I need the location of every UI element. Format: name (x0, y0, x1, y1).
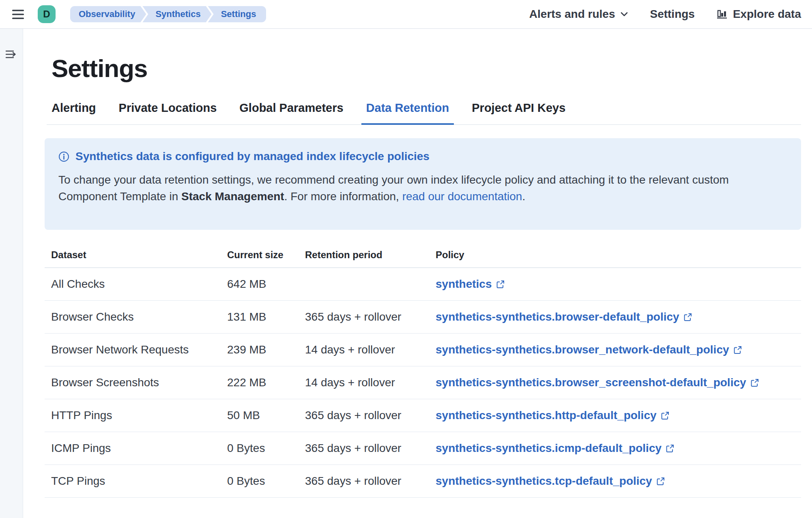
policy-label: synthetics-synthetics.browser_network-de… (436, 343, 729, 356)
column-header-retention-period: Retention period (299, 244, 429, 268)
page-title: Settings (52, 54, 801, 83)
external-link-icon (733, 346, 742, 354)
retention-cell: 14 days + rollover (299, 366, 429, 399)
external-link-icon (496, 280, 505, 289)
external-link-icon (661, 411, 669, 420)
tab-project-api-keys[interactable]: Project API Keys (467, 101, 570, 125)
policy-link[interactable]: synthetics-synthetics.browser_screenshot… (436, 376, 759, 389)
tab-data-retention[interactable]: Data Retention (361, 101, 454, 125)
table-row: Browser Screenshots 222 MB 14 days + rol… (45, 366, 801, 399)
table-header-row: Dataset Current size Retention period Po… (45, 244, 801, 268)
table-row: Browser Network Requests 239 MB 14 days … (45, 334, 801, 366)
callout-body: To change your data retention settings, … (58, 171, 787, 205)
column-header-current-size: Current size (221, 244, 299, 268)
policy-cell: synthetics-synthetics.browser_network-de… (429, 334, 801, 366)
dataset-cell: Browser Checks (45, 301, 221, 334)
external-link-icon (656, 477, 665, 486)
hamburger-menu-button[interactable] (12, 9, 24, 19)
dataset-cell: Browser Network Requests (45, 334, 221, 366)
callout-text: . (522, 190, 525, 203)
policy-label: synthetics-synthetics.http-default_polic… (436, 409, 657, 422)
dataset-cell: TCP Pings (45, 465, 221, 498)
tab-private-locations[interactable]: Private Locations (114, 101, 222, 125)
retention-cell: 365 days + rollover (299, 432, 429, 465)
dataset-cell: ICMP Pings (45, 432, 221, 465)
explore-data-icon (716, 8, 728, 20)
dataset-cell: HTTP Pings (45, 399, 221, 432)
tab-global-parameters[interactable]: Global Parameters (234, 101, 348, 125)
external-link-icon (683, 313, 692, 321)
dataset-cell: Browser Screenshots (45, 366, 221, 399)
policy-cell: synthetics (429, 268, 801, 301)
callout-bold-text: Stack Management (181, 190, 284, 203)
policy-label: synthetics (436, 278, 492, 291)
policy-cell: synthetics-synthetics.browser_screenshot… (429, 366, 801, 399)
chevron-down-icon (620, 10, 629, 19)
size-cell: 131 MB (221, 301, 299, 334)
breadcrumb-synthetics[interactable]: Synthetics (142, 6, 211, 22)
explore-data-link[interactable]: Explore data (716, 8, 801, 21)
retention-cell: 365 days + rollover (299, 465, 429, 498)
top-header: D Observability Synthetics Settings Aler… (0, 0, 812, 29)
breadcrumb: Observability Synthetics Settings (70, 6, 266, 22)
alerts-and-rules-label: Alerts and rules (529, 8, 615, 21)
header-settings-link[interactable]: Settings (650, 8, 694, 21)
collapsed-sidebar (0, 29, 23, 518)
size-cell: 222 MB (221, 366, 299, 399)
dataset-cell: All Checks (45, 268, 221, 301)
table-row: ICMP Pings 0 Bytes 365 days + rollover s… (45, 432, 801, 465)
retention-cell: 14 days + rollover (299, 334, 429, 366)
size-cell: 0 Bytes (221, 432, 299, 465)
settings-tabs: Alerting Private Locations Global Parame… (47, 101, 801, 125)
header-actions: Alerts and rules Settings Explore data (529, 8, 801, 21)
policy-link[interactable]: synthetics-synthetics.browser_network-de… (436, 343, 742, 356)
header-settings-label: Settings (650, 8, 694, 21)
policy-label: synthetics-synthetics.browser-default_po… (436, 310, 679, 323)
size-cell: 50 MB (221, 399, 299, 432)
alerts-and-rules-menu[interactable]: Alerts and rules (529, 8, 629, 21)
info-callout: Synthetics data is configured by managed… (45, 138, 801, 230)
column-header-dataset: Dataset (45, 244, 221, 268)
size-cell: 0 Bytes (221, 465, 299, 498)
policy-link[interactable]: synthetics (436, 278, 505, 291)
external-link-icon (750, 379, 759, 387)
menu-expand-icon (5, 49, 17, 60)
expand-sidebar-button[interactable] (4, 47, 19, 61)
policy-link[interactable]: synthetics-synthetics.icmp-default_polic… (436, 442, 674, 455)
table-row: All Checks 642 MB synthetics (45, 268, 801, 301)
policy-cell: synthetics-synthetics.browser-default_po… (429, 301, 801, 334)
size-cell: 642 MB (221, 268, 299, 301)
main-content: Settings Alerting Private Locations Glob… (23, 29, 812, 518)
breadcrumb-observability[interactable]: Observability (70, 6, 146, 22)
avatar[interactable]: D (38, 5, 56, 23)
hamburger-icon (12, 9, 24, 19)
data-retention-table: Dataset Current size Retention period Po… (45, 244, 801, 498)
info-icon (58, 151, 69, 162)
policy-cell: synthetics-synthetics.icmp-default_polic… (429, 432, 801, 465)
table-row: TCP Pings 0 Bytes 365 days + rollover sy… (45, 465, 801, 498)
retention-cell: 365 days + rollover (299, 301, 429, 334)
retention-cell: 365 days + rollover (299, 399, 429, 432)
policy-label: synthetics-synthetics.tcp-default_policy (436, 475, 652, 488)
read-documentation-link[interactable]: read our documentation (402, 190, 522, 203)
table-row: Browser Checks 131 MB 365 days + rollove… (45, 301, 801, 334)
policy-label: synthetics-synthetics.browser_screenshot… (436, 376, 746, 389)
policy-link[interactable]: synthetics-synthetics.tcp-default_policy (436, 475, 665, 488)
retention-cell (299, 268, 429, 301)
policy-link[interactable]: synthetics-synthetics.browser-default_po… (436, 310, 692, 323)
policy-cell: synthetics-synthetics.tcp-default_policy (429, 465, 801, 498)
size-cell: 239 MB (221, 334, 299, 366)
explore-data-label: Explore data (733, 8, 801, 21)
table-row: HTTP Pings 50 MB 365 days + rollover syn… (45, 399, 801, 432)
callout-title: Synthetics data is configured by managed… (75, 150, 430, 163)
policy-cell: synthetics-synthetics.http-default_polic… (429, 399, 801, 432)
policy-label: synthetics-synthetics.icmp-default_polic… (436, 442, 662, 455)
callout-text: . For more information, (284, 190, 402, 203)
external-link-icon (666, 444, 674, 453)
tab-alerting[interactable]: Alerting (47, 101, 101, 125)
policy-link[interactable]: synthetics-synthetics.http-default_polic… (436, 409, 669, 422)
column-header-policy: Policy (429, 244, 801, 268)
breadcrumb-settings: Settings (208, 6, 266, 22)
